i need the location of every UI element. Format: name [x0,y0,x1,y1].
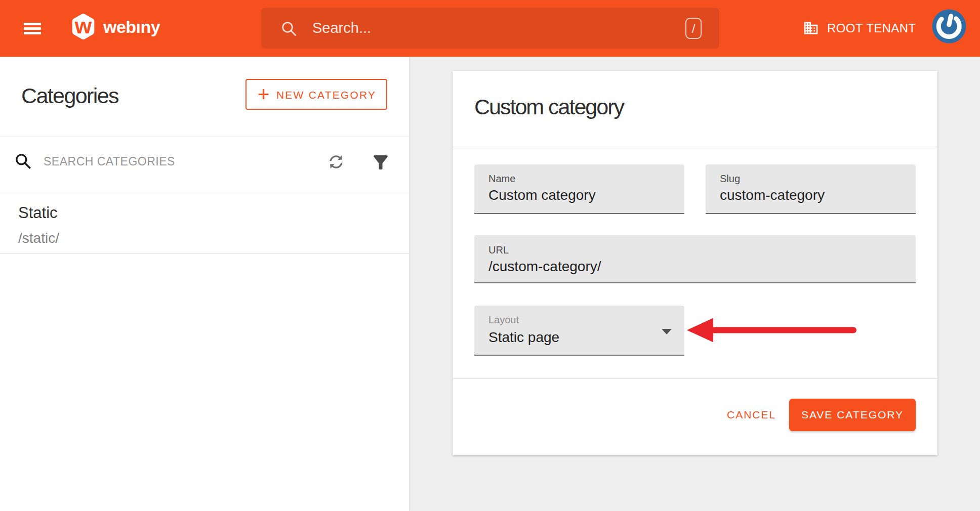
svg-text:w: w [74,14,92,38]
